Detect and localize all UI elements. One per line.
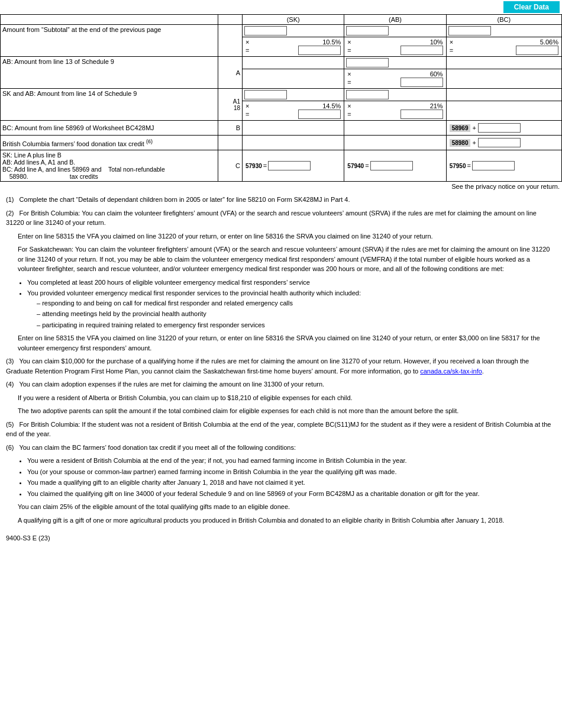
note-6-bullets: You were a resident of British Columbia … xyxy=(27,456,556,498)
sk-result2 xyxy=(298,109,341,119)
note-2-num: (2) xyxy=(6,210,14,217)
row4-desc: BC: Amount from line 58969 of Worksheet … xyxy=(1,121,218,136)
sk-equals2-icon: = xyxy=(246,111,249,118)
table-row: Amount from “Subtotal” at the end of the… xyxy=(1,25,562,37)
bc-rate: 5.06% xyxy=(540,38,558,46)
row2-sk-empty xyxy=(243,57,344,69)
ab-equals-c-icon: = xyxy=(365,162,369,169)
row6-desc: SK: Line A plus line B AB: Add lines A, … xyxy=(1,150,218,182)
row2-ref: A xyxy=(218,57,242,89)
note-2-para2: Enter on line 58315 the VFA you claimed … xyxy=(18,231,556,241)
row4-sk-empty xyxy=(243,121,344,136)
sk-header: (SK) xyxy=(243,15,344,25)
note-4-para1: (4) You can claim adoption expenses if t… xyxy=(6,379,556,389)
row1-ab xyxy=(344,25,446,37)
note-2-after: Enter on line 58315 the VFA you claimed … xyxy=(18,333,556,353)
row6-bc: 57950 = xyxy=(446,150,561,182)
row6-ref: C xyxy=(218,150,242,182)
row2-bc-empty2 xyxy=(446,69,561,89)
row2-bc-empty xyxy=(446,57,561,69)
row6-ab: 57940 = xyxy=(344,150,446,182)
desc-header xyxy=(1,15,218,25)
table-row-bc58980: British Columbia farmers’ food donation … xyxy=(1,136,562,150)
bc-header: (BC) xyxy=(446,15,561,25)
row1-bc xyxy=(446,25,561,37)
row3-ab-input xyxy=(344,89,446,101)
ab-code-57940: 57940 xyxy=(347,163,364,169)
sk-result1 xyxy=(298,46,341,55)
row1-sk-ops: × 10.5% = xyxy=(243,37,344,57)
row5-desc: British Columbia farmers’ food donation … xyxy=(1,136,218,150)
row2-ab-ops: × 60% = xyxy=(344,69,446,89)
ab-total-input xyxy=(370,161,413,170)
list-item: – participating in required training rel… xyxy=(37,320,556,330)
row1-desc: Amount from “Subtotal” at the end of the… xyxy=(1,25,218,57)
sk-code-57930: 57930 xyxy=(246,163,262,169)
input-bc-subtotal xyxy=(448,26,491,36)
ab-result1 xyxy=(400,46,443,55)
ab-equals2-icon: = xyxy=(347,79,351,86)
row3-sk-ops: × 14.5% = xyxy=(243,101,344,121)
list-item: You provided volunteer emergency medical… xyxy=(27,288,556,330)
row5-ab-empty xyxy=(344,136,446,150)
note-4-para3: The two adoptive parents can split the a… xyxy=(18,406,556,416)
ab-result2 xyxy=(400,78,443,87)
note-5-num: (5) xyxy=(6,421,14,428)
ab-equals-icon: = xyxy=(347,47,351,54)
table-row-totals: SK: Line A plus line B AB: Add lines A, … xyxy=(1,150,562,182)
row1-ab-ops: × 10% = xyxy=(344,37,446,57)
clear-data-button[interactable]: Clear Data xyxy=(503,1,560,13)
sk-multiply2-icon: × xyxy=(246,102,249,109)
calculation-table: (SK) (AB) (BC) Amount from “Subtotal” at… xyxy=(0,14,562,182)
note-1: (1) Complete the chart “Details of depen… xyxy=(6,195,556,205)
table-row-sk-ab14: SK and AB: Amount from line 14 of Schedu… xyxy=(1,89,562,101)
ab-rate: 10% xyxy=(430,38,443,46)
note-6-after2: A qualifying gift is a gift of one or mo… xyxy=(18,516,556,526)
ab-result3 xyxy=(400,109,443,119)
row4-bc: 58969 + xyxy=(446,121,561,136)
list-item: You claimed the qualifying gift on line … xyxy=(27,489,556,499)
ab-multiply-icon: × xyxy=(347,38,351,46)
row3-sk-input xyxy=(243,89,344,101)
bc-equals-icon: = xyxy=(450,47,453,54)
sk-equals-c-icon: = xyxy=(263,162,267,169)
bc-code-58980: 58980 xyxy=(450,139,471,147)
list-item: You completed at least 200 hours of elig… xyxy=(27,278,556,288)
list-item: You made a qualifying gift to an eligibl… xyxy=(27,478,556,488)
bc-plus2-icon: + xyxy=(472,139,476,146)
sk-equals-icon: = xyxy=(246,47,249,54)
note-4-para2: If you were a resident of Alberta or Bri… xyxy=(18,393,556,403)
ab-rate2: 60% xyxy=(430,70,443,78)
input-sk-subtotal xyxy=(244,26,287,36)
note-1-num: (1) xyxy=(6,196,14,203)
input-ab-subtotal xyxy=(346,26,389,36)
row1-sk xyxy=(243,25,344,37)
bc-equals-c-icon: = xyxy=(467,162,470,169)
note-3-num: (3) xyxy=(6,357,14,365)
row3-ref: A118 xyxy=(218,89,242,121)
ab-rate3: 21% xyxy=(430,102,443,109)
bc-code-58969: 58969 xyxy=(450,124,471,132)
bc-input-58969 xyxy=(478,123,521,133)
sk-tax-info-link[interactable]: canada.ca/sk-tax-info xyxy=(420,368,482,375)
table-row-ab13: AB: Amount from line 13 of Schedule 9 A xyxy=(1,57,562,69)
row2-desc: AB: Amount from line 13 of Schedule 9 xyxy=(1,57,218,89)
bc-multiply-icon: × xyxy=(450,38,453,46)
list-item: – responding to and being on call for me… xyxy=(37,298,556,308)
ab-multiply3-icon: × xyxy=(347,102,351,109)
bc-input-58980 xyxy=(478,138,521,147)
table-row-bc58969: BC: Amount from line 58969 of Worksheet … xyxy=(1,121,562,136)
clear-btn-row: Clear Data xyxy=(0,0,562,14)
note-2-sub-bullets: – responding to and being on call for me… xyxy=(37,298,556,330)
sk-rate: 10.5% xyxy=(322,38,341,46)
row6-sk: 57930 = xyxy=(243,150,344,182)
row2-ab-input xyxy=(344,57,446,69)
bc-result1 xyxy=(516,46,558,55)
sk-multiply-icon: × xyxy=(246,38,249,46)
row5-ref xyxy=(218,136,242,150)
row3-bc-empty2 xyxy=(446,101,561,121)
row4-ref: B xyxy=(218,121,242,136)
list-item: – attending meetings held by the provinc… xyxy=(37,309,556,319)
row3-ab-ops: × 21% = xyxy=(344,101,446,121)
note-6-intro: (6) You can claim the BC farmers’ food d… xyxy=(6,443,556,453)
